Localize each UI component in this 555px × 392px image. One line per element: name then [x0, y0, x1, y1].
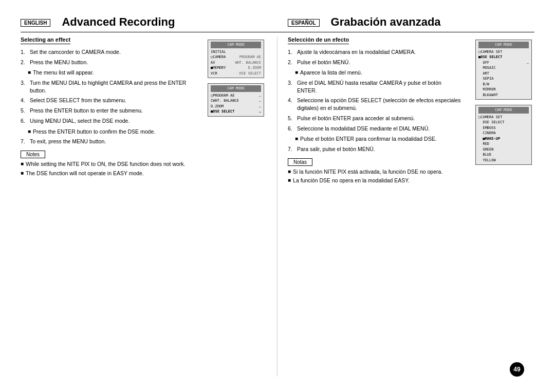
step-es-5: 5. Pulse el botón ENTER para acceder al … — [288, 115, 462, 122]
step-es-3: 3. Gire el DIAL MENÚ hasta resaltar CAME… — [288, 79, 462, 94]
notes-en: Notes ■ While setting the NITE PIX to ON… — [21, 151, 195, 177]
step-es-2-sub: ■ Aparece la lista del menú. — [295, 69, 462, 77]
step-es-2: 2. Pulse el botón MENÚ. ■ Aparece la lis… — [288, 59, 462, 77]
notes-es: Notas ■ Si la función NITE PIX está acti… — [288, 158, 462, 184]
step-en-6: 6. Using MENU DIAL, select the DSE mode.… — [21, 117, 195, 135]
menu-screen-3: CAM MODE □CAMERA SET ■DSE SELECT OFF… MO… — [475, 40, 532, 100]
menu-screen-1: CAM MODE INITIAL □CAMERAPROGRAM AE AVWHT… — [208, 40, 264, 78]
note-es-1: ■ Si la función NITE PIX está activada, … — [288, 168, 462, 176]
step-en-2-sub: ■ The menu list will appear. — [28, 69, 195, 77]
page-number: 49 — [510, 362, 524, 377]
col-left: Selecting an effect 1. Set the camcorder… — [21, 36, 278, 377]
title-es: Grabación avanzada — [331, 15, 441, 29]
header: ENGLISH Advanced Recording ESPAÑOL Graba… — [21, 15, 534, 31]
steps-es: 1. Ajuste la videocámara en la modalidad… — [288, 48, 462, 153]
step-en-5: 5. Press the ENTER button to enter the s… — [21, 107, 195, 115]
subheading-en: Selecting an effect — [21, 36, 70, 44]
menu-screen-2: CAM MODE □PROGRAM AE… CWHT. BALANCE… D.Z… — [208, 83, 264, 117]
note-es-2: ■ La función DSE no opera en la modalida… — [288, 177, 462, 184]
lang-badge-en: ENGLISH — [21, 19, 50, 27]
menu-screens-right: CAM MODE □CAMERA SET ■DSE SELECT OFF… MO… — [473, 40, 534, 186]
subheading-es: Selección de un efecto — [288, 36, 349, 44]
note-en-2: ■ The DSE function will not operate in E… — [21, 170, 195, 177]
notes-label-en: Notes — [21, 151, 45, 158]
main-content: Selecting an effect 1. Set the camcorder… — [21, 36, 534, 377]
step-en-3: 3. Turn the MENU DIAL to highlight CAMER… — [21, 79, 195, 94]
menu-screens-left: CAM MODE INITIAL □CAMERAPROGRAM AE AVWHT… — [205, 40, 267, 178]
step-es-6-sub: ■ Pulse el botón ENTER para confirmar la… — [295, 135, 462, 143]
lang-badge-es: ESPAÑOL — [288, 19, 320, 27]
step-en-6-sub: ■ Press the ENTER button to confirm the … — [28, 128, 195, 136]
step-en-4: 4. Select DSE SELECT from the submenu. — [21, 97, 195, 104]
col-right: Selección de un efecto 1. Ajuste la vide… — [278, 36, 534, 377]
step-es-6: 6. Seleccione la modalidad DSE mediante … — [288, 125, 462, 143]
note-en-1: ■ While setting the NITE PIX to ON, the … — [21, 160, 195, 168]
title-en: Advanced Recording — [62, 15, 175, 29]
step-es-4: 4. Seleccione la opción DSE SELECT (sele… — [288, 97, 462, 111]
main-divider — [21, 32, 534, 32]
step-en-1: 1. Set the camcorder to CAMERA mode. — [21, 48, 195, 56]
step-es-1: 1. Ajuste la videocámara en la modalidad… — [288, 48, 462, 56]
page-number-wrap: 49 — [510, 362, 524, 377]
step-en-7: 7. To exit, press the MENU button. — [21, 138, 195, 145]
notes-label-es: Notas — [288, 158, 312, 166]
step-es-7: 7. Para salir, pulse el botón MENÚ. — [288, 145, 462, 153]
menu-screen-4: CAM MODE □CAMERA SET DSE SELECT EMBOSS C… — [475, 105, 532, 165]
step-en-2: 2. Press the MENU button. ■ The menu lis… — [21, 59, 195, 77]
steps-en: 1. Set the camcorder to CAMERA mode. 2. … — [21, 48, 195, 145]
